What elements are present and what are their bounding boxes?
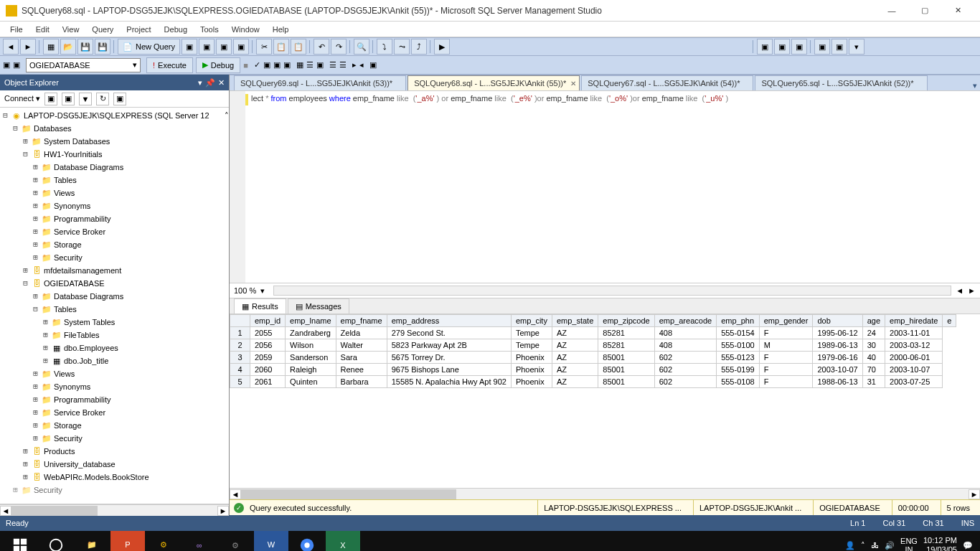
results-grid[interactable]: emp_idemp_lnameemp_fnameemp_addressemp_c… <box>230 314 980 488</box>
cell[interactable]: 5675 Torrey Dr. <box>387 352 511 364</box>
messages-tab[interactable]: ▤Messages <box>288 298 349 314</box>
storage2-node[interactable]: Storage <box>54 419 82 432</box>
redo-button[interactable]: ↷ <box>331 39 347 55</box>
security-root-node[interactable]: Security <box>34 484 62 496</box>
nav-fwd-button[interactable]: ► <box>20 39 36 55</box>
network-icon[interactable]: 🖧 <box>871 541 879 550</box>
stop-button[interactable]: ■ <box>243 61 248 70</box>
col-header[interactable]: emp_areacode <box>654 315 716 327</box>
comment-button[interactable]: ☰ <box>329 60 336 70</box>
views-node[interactable]: Views <box>54 187 75 199</box>
cell[interactable]: Quinten <box>286 376 336 388</box>
table-row[interactable]: 42060RaleighRenee9675 Bishops LanePhoeni… <box>230 364 956 376</box>
excel-icon[interactable]: X <box>326 531 360 551</box>
tables2-node[interactable]: Tables <box>54 303 77 316</box>
table-row[interactable]: 22056WilsonWalter5823 Parkway Apt 2BTemp… <box>230 339 956 352</box>
col-header[interactable]: age <box>862 315 885 327</box>
notifications-icon[interactable]: 💬 <box>963 541 973 550</box>
mfdetails-node[interactable]: mfdetailsmanagement <box>44 264 121 277</box>
storage-node[interactable]: Storage <box>54 238 82 251</box>
cell[interactable]: 2003-03-12 <box>885 339 943 352</box>
lang-1[interactable]: ENG <box>900 537 918 545</box>
powerpoint-icon[interactable]: P <box>110 531 145 551</box>
col-header[interactable]: emp_id <box>250 315 286 327</box>
tool-btn-2[interactable]: ▣ <box>199 39 215 55</box>
people-icon[interactable]: 👤 <box>845 541 855 550</box>
cell[interactable]: 555-0108 <box>717 376 760 388</box>
connect-button[interactable]: Connect ▾ <box>4 94 40 103</box>
panel-pin-icon[interactable]: 📌 <box>205 78 215 88</box>
cell[interactable]: F <box>759 376 813 388</box>
paste-button[interactable]: 📋 <box>291 39 306 55</box>
menu-window[interactable]: Window <box>226 24 265 35</box>
cell[interactable]: 9675 Bishops Lane <box>387 364 511 376</box>
window-btn-2[interactable]: ▣ <box>831 39 847 55</box>
database-combo[interactable]: OGIEDATABASE▾ <box>26 58 141 72</box>
cell[interactable]: 31 <box>862 376 885 388</box>
col-header[interactable]: emp_fname <box>336 315 387 327</box>
cell[interactable]: 602 <box>654 364 716 376</box>
tab-query65[interactable]: SQLQuery65.sql - L...SG5JEJK\Ankit (52))… <box>755 75 927 90</box>
results-file-button[interactable]: ▣ <box>316 60 324 70</box>
refresh-button[interactable]: ↻ <box>96 93 109 105</box>
sysdb-node[interactable]: System Databases <box>44 135 110 148</box>
plan-btn-2[interactable]: ▣ <box>273 60 281 70</box>
cell[interactable]: Raleigh <box>286 364 336 376</box>
row-header[interactable]: 3 <box>230 352 250 364</box>
minimize-button[interactable]: — <box>875 0 908 22</box>
window-btn-3[interactable]: ▾ <box>849 39 864 55</box>
prog2-node[interactable]: Programmability <box>54 393 110 406</box>
cell[interactable]: 15585 N. Apalachia Hwy Apt 902 <box>387 376 511 388</box>
explorer-icon[interactable]: 📁 <box>75 531 109 551</box>
cell[interactable]: Wilson <box>286 339 336 352</box>
col-header[interactable]: emp_gender <box>759 315 813 327</box>
cell[interactable]: 408 <box>654 339 716 352</box>
sql-editor[interactable]: lect * from employees where emp_fname li… <box>230 90 980 283</box>
menu-help[interactable]: Help <box>267 24 295 35</box>
save-button[interactable]: 💾 <box>77 39 93 55</box>
object-tree[interactable]: ⊟◉LAPTOP-DSG5JEJK\SQLEXPRESS (SQL Server… <box>0 108 229 504</box>
cell[interactable]: Tempe <box>511 339 552 352</box>
object-explorer-button[interactable]: ▣ <box>13 60 20 70</box>
cell[interactable]: Renee <box>336 364 387 376</box>
cell[interactable]: Zandraberg <box>286 327 336 339</box>
tab-query68[interactable]: SQLQuery68.sql - L...SG5JEJK\Ankit (55))… <box>407 75 580 90</box>
cell[interactable]: 602 <box>654 352 716 364</box>
cell[interactable]: 2003-10-07 <box>813 364 862 376</box>
cell[interactable]: 1988-06-13 <box>813 376 862 388</box>
continue-button[interactable]: ▶ <box>434 39 450 55</box>
disconnect-all-button[interactable]: ▣ <box>62 93 75 105</box>
views2-node[interactable]: Views <box>54 367 75 380</box>
saveall-button[interactable]: 💾 <box>95 39 110 55</box>
cell[interactable]: 30 <box>862 339 885 352</box>
svcbroker-node[interactable]: Service Broker <box>54 225 105 238</box>
indent-button[interactable]: ▸ <box>352 60 357 70</box>
chrome-icon[interactable] <box>290 531 324 551</box>
col-header[interactable]: emp_city <box>511 315 552 327</box>
parse-button[interactable]: ✓ <box>254 60 260 70</box>
editor-hscroll[interactable] <box>273 286 951 296</box>
maximize-button[interactable]: ▢ <box>908 0 941 22</box>
filter-button[interactable]: ▼ <box>79 93 92 105</box>
sound-icon[interactable]: 🔊 <box>885 541 895 550</box>
menu-query[interactable]: Query <box>86 24 119 35</box>
stop-button-2[interactable]: ▣ <box>113 93 126 105</box>
registered-servers-button[interactable]: ▣ <box>3 60 10 70</box>
cut-button[interactable]: ✂ <box>256 39 272 55</box>
systables-node[interactable]: System Tables <box>64 316 115 329</box>
cell[interactable]: AZ <box>552 364 598 376</box>
activity-btn-1[interactable]: ▣ <box>757 39 773 55</box>
cell[interactable]: AZ <box>552 339 598 352</box>
menu-view[interactable]: View <box>57 24 85 35</box>
panel-close-icon[interactable]: ✕ <box>218 78 225 88</box>
tray-chevron-icon[interactable]: ˄ <box>861 541 865 550</box>
ssms-icon[interactable]: ⚙ <box>146 531 181 551</box>
cell[interactable]: 2003-07-25 <box>885 376 943 388</box>
synonyms-node[interactable]: Synonyms <box>54 199 90 212</box>
find-button[interactable]: 🔍 <box>354 39 369 55</box>
cell[interactable]: 2060 <box>250 364 286 376</box>
cell[interactable]: 555-0100 <box>717 339 760 352</box>
ogie-node[interactable]: OGIEDATABASE <box>44 277 105 290</box>
univ-node[interactable]: University_database <box>44 458 116 471</box>
results-text-button[interactable]: ☰ <box>306 60 314 70</box>
